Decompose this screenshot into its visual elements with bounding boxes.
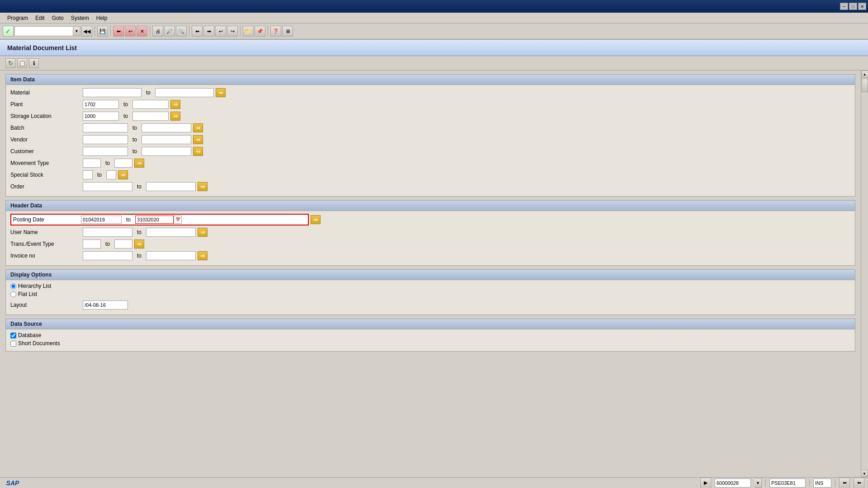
flat-list-radio[interactable] [10, 291, 16, 297]
nav-first-button[interactable]: ◀◀ [81, 26, 92, 37]
folder-button[interactable]: 📁 [243, 26, 254, 37]
invoice-no-to-input[interactable] [146, 251, 196, 260]
restore-button[interactable]: □ [849, 3, 857, 10]
trans-event-type-from-input[interactable] [83, 239, 101, 249]
trans-event-type-to-input[interactable] [114, 239, 132, 249]
material-from-input[interactable] [83, 88, 142, 97]
movement-type-to-input[interactable] [114, 159, 132, 168]
posting-date-to-input[interactable] [135, 216, 174, 224]
user-name-to-input[interactable] [146, 228, 196, 237]
batch-to-label: to [132, 125, 137, 131]
user-name-select-button[interactable]: ⇨ [198, 228, 208, 237]
material-to-input[interactable] [155, 88, 214, 97]
command-input[interactable] [14, 26, 73, 36]
menu-program[interactable]: Program [4, 14, 32, 22]
menu-edit[interactable]: Edit [32, 14, 48, 22]
customer-from-input[interactable] [83, 147, 128, 156]
status-sep-3 [835, 479, 835, 487]
vendor-to-input[interactable] [142, 135, 191, 144]
help-button[interactable]: ❓ [270, 26, 281, 37]
batch-to-input[interactable] [142, 123, 191, 132]
storage-location-select-button[interactable]: ⇨ [170, 112, 180, 121]
posting-date-select-button[interactable]: ⇨ [311, 215, 321, 224]
customer-to-input[interactable] [142, 147, 191, 156]
storage-location-label: Storage Location [10, 113, 83, 119]
menu-system[interactable]: System [67, 14, 93, 22]
toolbar-sep-4 [189, 26, 189, 37]
movement-type-from-input[interactable] [83, 159, 101, 168]
print-button[interactable]: 🖨 [152, 26, 163, 37]
find-next-button[interactable]: 🔍 [176, 26, 187, 37]
scroll-thumb[interactable] [862, 79, 868, 92]
status-btn-1[interactable]: ⬅ [839, 478, 850, 488]
toolbar-sep-2 [110, 26, 111, 37]
plant-label: Plant [10, 101, 83, 108]
find-button[interactable]: 🔎 [164, 26, 175, 37]
sap-logo-area: SAP [4, 479, 22, 488]
database-checkbox[interactable] [10, 333, 16, 338]
back-button[interactable]: ⬅ [113, 26, 124, 37]
movement-type-select-button[interactable]: ⇨ [134, 159, 144, 168]
minimize-button[interactable]: ─ [840, 3, 848, 10]
user-name-from-input[interactable] [83, 228, 132, 237]
short-documents-checkbox[interactable] [10, 341, 16, 347]
copy-button[interactable]: 📋 [17, 58, 27, 68]
customer-select-button[interactable]: ⇨ [193, 147, 203, 156]
material-to-label: to [146, 89, 151, 96]
batch-from-input[interactable] [83, 123, 128, 132]
menu-goto[interactable]: Goto [48, 14, 67, 22]
close-button[interactable]: ✕ [858, 3, 866, 10]
short-documents-label: Short Documents [18, 340, 60, 347]
last-page-button[interactable]: ↪ [227, 26, 238, 37]
plant-to-label: to [123, 101, 128, 108]
vendor-from-input[interactable] [83, 135, 128, 144]
header-data-content: Posting Date to 📅 ⇨ User Name to ⇨ [6, 211, 855, 265]
special-stock-from-input[interactable] [83, 170, 93, 179]
settings-button[interactable]: 🖥 [282, 26, 293, 37]
session-dropdown[interactable]: ▼ [755, 478, 762, 488]
trans-event-type-label: Trans./Event Type [10, 241, 83, 247]
prev-page-button[interactable]: ⬅ [192, 26, 203, 37]
calendar-button[interactable]: 📅 [174, 216, 182, 224]
storage-location-to-input[interactable] [132, 112, 169, 121]
status-btn-2[interactable]: ⬅ [854, 478, 864, 488]
scroll-up-button[interactable]: ▲ [861, 70, 868, 78]
special-stock-select-button[interactable]: ⇨ [118, 170, 128, 179]
plant-select-button[interactable]: ⇨ [170, 100, 180, 109]
execute-button[interactable]: ✓ [3, 26, 14, 37]
next-page-button[interactable]: ➡ [203, 26, 214, 37]
command-dropdown[interactable]: ▼ [73, 26, 80, 36]
status-bar: SAP ▶ 60000028 ▼ PSE03E81 INS ⬅ ⬅ [0, 477, 868, 488]
info-button[interactable]: ℹ [29, 58, 39, 68]
status-left: SAP [4, 479, 22, 488]
data-source-header: Data Source [6, 319, 855, 329]
order-to-label: to [137, 183, 142, 190]
vendor-select-button[interactable]: ⇨ [193, 135, 203, 144]
order-from-input[interactable] [83, 182, 132, 191]
cancel-button[interactable]: ✕ [137, 26, 147, 37]
menu-help[interactable]: Help [93, 14, 111, 22]
invoice-no-select-button[interactable]: ⇨ [198, 251, 208, 260]
scroll-down-button[interactable]: ▼ [861, 470, 868, 477]
invoice-no-from-input[interactable] [83, 251, 132, 260]
order-select-button[interactable]: ⇨ [198, 182, 208, 191]
layout-input[interactable] [83, 300, 128, 310]
first-page-button[interactable]: ↩ [215, 26, 226, 37]
storage-location-from-input[interactable] [83, 112, 119, 121]
title-bar: ─ □ ✕ [0, 0, 868, 13]
plant-to-input[interactable] [132, 100, 169, 109]
batch-select-button[interactable]: ⇨ [193, 123, 203, 132]
plant-from-input[interactable] [83, 100, 119, 109]
posting-date-from-input[interactable] [81, 216, 122, 224]
shortcut-button[interactable]: 📌 [255, 26, 265, 37]
hierarchy-list-radio[interactable] [10, 283, 16, 289]
order-to-input[interactable] [146, 182, 196, 191]
material-select-button[interactable]: ⇨ [216, 88, 226, 97]
status-play-button[interactable]: ▶ [700, 478, 711, 488]
refresh-button[interactable]: ↻ [5, 58, 15, 68]
special-stock-to-input[interactable] [106, 170, 116, 179]
item-data-section: Item Data Material to ⇨ Plant to ⇨ [5, 74, 855, 197]
save-button[interactable]: 💾 [97, 26, 108, 37]
trans-event-type-select-button[interactable]: ⇨ [134, 239, 144, 249]
exit-button[interactable]: ↩ [125, 26, 136, 37]
